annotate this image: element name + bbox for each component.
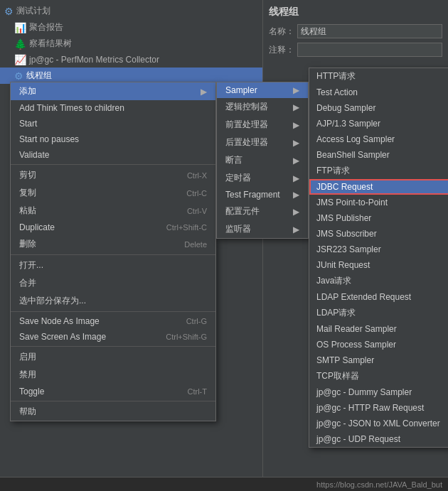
menu-item-save-screen-image[interactable]: Save Screen As Image Ctrl+Shift-G [11, 329, 215, 345]
menu-item-duplicate[interactable]: Duplicate Ctrl+Shift-C [11, 220, 215, 235]
jms-subscriber-label: JMS Subscriber [316, 229, 377, 239]
sampler-ajp[interactable]: AJP/1.3 Sampler [309, 116, 448, 131]
menu-item-paste[interactable]: 粘贴 Ctrl-V [11, 202, 215, 220]
save-screen-shortcut: Ctrl+Shift-G [166, 333, 207, 341]
menu-item-merge[interactable]: 合并 [11, 274, 215, 292]
sampler-jms-subscriber[interactable]: JMS Subscriber [309, 226, 448, 242]
fragment-arrow: ▶ [293, 190, 299, 200]
merge-label: 合并 [19, 277, 207, 289]
menu-item-start-no-pauses[interactable]: Start no pauses [11, 131, 215, 147]
sampler-beanshell[interactable]: BeanShell Sampler [309, 147, 448, 163]
sampler-json-xml[interactable]: jp@gc - JSON to XML Converter [309, 416, 448, 431]
sampler-http[interactable]: HTTP请求 [309, 68, 448, 85]
toggle-label: Toggle [19, 387, 188, 396]
context-menu: 添加 ▶ Add Think Times to children Start S… [10, 82, 216, 421]
menu-item-copy[interactable]: 复制 Ctrl-C [11, 184, 215, 202]
sampler-ldap[interactable]: LDAP请求 [309, 305, 448, 321]
menu-item-disable[interactable]: 禁用 [11, 366, 215, 384]
sampler-dummy[interactable]: jp@gc - Dummy Sampler [309, 384, 448, 400]
sampler-smtp[interactable]: SMTP Sampler [309, 352, 448, 368]
menu-item-delete[interactable]: 删除 Delete [11, 235, 215, 253]
dummy-label: jp@gc - Dummy Sampler [316, 387, 412, 397]
sampler-mail-reader[interactable]: Mail Reader Sampler [309, 321, 448, 337]
sampler-ldap-ext[interactable]: LDAP Extended Request [309, 289, 448, 305]
sampler-http-raw[interactable]: jp@gc - HTTP Raw Request [309, 400, 448, 416]
submenu1-timer[interactable]: 定时器 ▶ [217, 169, 308, 187]
menu-item-enable[interactable]: 启用 [11, 348, 215, 366]
timer-arrow: ▶ [293, 173, 299, 183]
submenu1-sampler[interactable]: Sampler ▶ [217, 82, 308, 98]
pre-label: 前置处理器 [225, 119, 293, 131]
name-input[interactable] [297, 24, 442, 38]
logic-arrow: ▶ [293, 102, 299, 112]
comment-input[interactable] [297, 43, 442, 57]
submenu1-pre[interactable]: 前置处理器 ▶ [217, 116, 308, 134]
jms-p2p-label: JMS Point-to-Point [316, 198, 388, 207]
sampler-test-action[interactable]: Test Action [309, 85, 448, 100]
http-label: HTTP请求 [316, 70, 356, 82]
http-raw-label: jp@gc - HTTP Raw Request [316, 403, 424, 413]
submenu1-post[interactable]: 后置处理器 ▶ [217, 134, 308, 151]
pre-arrow: ▶ [293, 120, 299, 130]
submenu1-config[interactable]: 配置元件 ▶ [217, 203, 308, 220]
menu-item-save-selected[interactable]: 选中部分保存为... [11, 292, 215, 310]
logic-label: 逻辑控制器 [225, 101, 293, 113]
sampler-debug[interactable]: Debug Sampler [309, 100, 448, 116]
cut-label: 剪切 [19, 169, 187, 181]
jsr223-label: JSR223 Sampler [316, 244, 381, 254]
sampler-os-process[interactable]: OS Process Sampler [309, 337, 448, 352]
tree-item-aggregate-report[interactable]: 📊 聚合报告 [0, 19, 262, 36]
gear-icon-2: ⚙ [14, 70, 23, 82]
sampler-jsr223[interactable]: JSR223 Sampler [309, 242, 448, 257]
tree-item-perfmon[interactable]: 📈 jp@gc - PerfMon Metrics Collector [0, 52, 262, 68]
submenu1-logic[interactable]: 逻辑控制器 ▶ [217, 98, 308, 116]
sampler-access-log[interactable]: Access Log Sampler [309, 131, 448, 147]
separator-5 [11, 401, 215, 401]
sampler-java[interactable]: Java请求 [309, 273, 448, 289]
think-times-label: Add Think Times to children [19, 103, 207, 113]
test-fragment-label: Test Fragment [225, 190, 293, 200]
name-label: 名称： [269, 26, 297, 38]
menu-item-validate[interactable]: Validate [11, 147, 215, 163]
menu-item-save-node-image[interactable]: Save Node As Image Ctrl-G [11, 313, 215, 329]
menu-item-start[interactable]: Start [11, 116, 215, 131]
menu-item-think-times[interactable]: Add Think Times to children [11, 100, 215, 116]
menu-item-add[interactable]: 添加 ▶ [11, 82, 215, 100]
separator-2 [11, 254, 215, 255]
tree-icon: 🌲 [14, 38, 26, 50]
name-field-row: 名称： [269, 24, 442, 38]
java-label: Java请求 [316, 275, 351, 287]
menu-item-toggle[interactable]: Toggle Ctrl-T [11, 384, 215, 399]
sampler-jdbc[interactable]: JDBC Request [309, 179, 448, 195]
menu-item-cut[interactable]: 剪切 Ctrl-X [11, 166, 215, 184]
submenu1-assertion[interactable]: 断言 ▶ [217, 151, 308, 169]
disable-label: 禁用 [19, 369, 207, 381]
sampler-ftp[interactable]: FTP请求 [309, 163, 448, 179]
mail-reader-label: Mail Reader Sampler [316, 324, 397, 334]
ajp-label: AJP/1.3 Sampler [316, 119, 380, 129]
monitor-icon: 📈 [14, 54, 26, 65]
submenu1-listener[interactable]: 监听器 ▶ [217, 220, 308, 238]
copy-shortcut: Ctrl-C [186, 189, 207, 198]
tree-item-test-plan[interactable]: ⚙ 测试计划 [0, 3, 262, 19]
save-node-image-label: Save Node As Image [19, 316, 186, 326]
smtp-label: SMTP Sampler [316, 355, 374, 365]
duplicate-label: Duplicate [19, 222, 166, 232]
sampler-arrow: ▶ [293, 85, 299, 95]
tree-item-results-tree[interactable]: 🌲 察看结果树 [0, 36, 262, 52]
sampler-jms-publisher[interactable]: JMS Publisher [309, 210, 448, 226]
help-label: 帮助 [19, 406, 207, 418]
sampler-jms-p2p[interactable]: JMS Point-to-Point [309, 195, 448, 210]
menu-item-open[interactable]: 打开... [11, 257, 215, 274]
arrow-icon: ▶ [201, 87, 207, 97]
sampler-junit[interactable]: JUnit Request [309, 257, 448, 273]
assertion-arrow: ▶ [293, 156, 299, 166]
sampler-tcp[interactable]: TCP取样器 [309, 368, 448, 384]
submenu1-test-fragment[interactable]: Test Fragment ▶ [217, 187, 308, 203]
ftp-label: FTP请求 [316, 165, 350, 177]
os-process-label: OS Process Sampler [316, 340, 396, 350]
paste-shortcut: Ctrl-V [187, 207, 207, 215]
start-no-pauses-label: Start no pauses [19, 134, 207, 144]
menu-item-help[interactable]: 帮助 [11, 403, 215, 421]
sampler-udp[interactable]: jp@gc - UDP Request [309, 431, 448, 447]
